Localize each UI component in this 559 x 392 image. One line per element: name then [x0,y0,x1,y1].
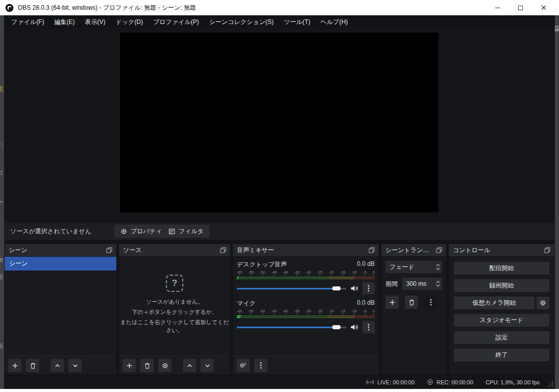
close-button[interactable] [532,0,555,15]
meter-tick-label: -25 [317,271,322,276]
controls-dock-header[interactable]: コントロール [449,244,554,257]
properties-button[interactable]: プロパティ [114,225,168,238]
sources-empty-state: ? ソースがありません。 下の＋ボタンをクリックするか、 またはここを右クリック… [119,257,230,356]
start-streaming-button[interactable]: 配信開始 [454,262,549,275]
source-properties-button[interactable] [158,359,172,372]
docks-row: シーン シーン [4,243,555,375]
sources-dock-header[interactable]: ソース [119,244,230,257]
menu-item[interactable]: 表示(V) [80,15,110,29]
move-source-down-button[interactable] [201,359,214,372]
speaker-icon[interactable] [350,285,358,292]
sources-empty-text: 下の＋ボタンをクリックするか、 [132,308,217,316]
volume-slider[interactable] [237,285,346,292]
source-list[interactable]: ? ソースがありません。 下の＋ボタンをクリックするか、 またはここを右クリック… [119,257,230,356]
move-scene-up-button[interactable] [51,359,64,372]
meter-tick-label: -35 [294,271,299,276]
channel-name: マイク [237,299,357,308]
scenes-dock-header[interactable]: シーン [5,244,116,257]
meter-tick-label: -20 [329,271,334,276]
popout-icon[interactable] [220,247,226,253]
question-mark-glyph: ? [172,278,177,288]
move-scene-down-button[interactable] [68,359,82,372]
meter-tick-label: -10 [352,271,357,276]
resize-grip[interactable] [547,381,553,387]
popout-icon[interactable] [369,247,375,253]
add-source-button[interactable] [123,359,136,372]
duration-spinbox[interactable]: 300 ms [402,278,442,290]
menu-item[interactable]: ドック(D) [110,15,148,29]
preview-area[interactable] [4,29,555,222]
program-canvas[interactable] [120,33,439,212]
meter-scale: -60-55-50-45-40-35-30-25-20-15-10-50 [237,271,375,276]
cpu-fps-stats: CPU: 1.9%, 30.00 fps [485,379,540,385]
meter-tick-label: -60 [237,309,242,315]
sources-empty-text: ソースがありません。 [146,298,203,306]
sources-empty-text: またはここを右クリックして追加してください。 [119,318,230,335]
channel-options-button[interactable] [362,321,375,333]
scenes-dock-title: シーン [9,246,103,255]
menu-item[interactable]: 編集(E) [49,15,80,29]
spin-arrows-icon[interactable] [433,278,442,290]
scene-list[interactable]: シーン [5,257,116,356]
move-source-up-button[interactable] [183,359,196,372]
studio-mode-button[interactable]: スタジオモード [454,314,549,327]
popout-icon[interactable] [436,247,442,253]
volume-slider[interactable] [237,324,346,331]
add-scene-button[interactable] [8,359,21,372]
background-text-fragment: 些 [0,273,3,282]
channel-options-button[interactable] [362,282,375,295]
mixer-channel-mic: マイク 0.0 dB -60-55-50-45-40-35-30-25-20-1… [237,299,375,333]
filter-icon [168,228,175,235]
rec-time: REC: 00:00:00 [436,379,473,385]
transitions-dock-header[interactable]: シーントランジ... [381,244,446,257]
popout-icon[interactable] [544,247,550,253]
speaker-icon[interactable] [350,324,358,331]
remove-source-button[interactable] [140,359,154,372]
volume-slider-handle[interactable] [332,325,341,329]
settings-button[interactable]: 設定 [454,331,549,344]
gear-icon [120,228,127,235]
maximize-button[interactable] [509,0,532,15]
popout-icon[interactable] [106,247,112,253]
remove-transition-button[interactable] [405,296,418,309]
combo-arrows-icon[interactable] [433,261,442,273]
add-transition-button[interactable] [385,296,399,309]
exit-button[interactable]: 終了 [454,349,549,361]
scenes-dock: シーン シーン [4,243,117,375]
live-time: LIVE: 00:00:00 [377,379,415,385]
virtual-camera-settings-button[interactable] [537,297,549,309]
menu-item[interactable]: ファイル(F) [6,15,49,29]
mixer-channel-desktop-audio: デスクトップ音声 0.0 dB -60-55-50-45-40-35-30-25… [237,260,375,295]
audio-mixer-dock: 音声ミキサー デスクトップ音声 0.0 dB -60-55-50-45-40-3… [232,243,379,375]
start-virtual-camera-button[interactable]: 仮想カメラ開始 [454,297,534,309]
sources-dock-title: ソース [123,246,217,255]
duration-value: 300 ms [402,278,433,290]
window-titlebar[interactable]: OBS 28.0.3 (64-bit, windows) - プロファイル: 無… [0,0,559,15]
volume-meter [237,277,375,279]
menu-item[interactable]: ヘルプ(H) [315,15,353,29]
menu-item[interactable]: プロファイル(P) [148,15,204,29]
background-text-fragment: ア [0,199,3,208]
controls-dock: コントロール 配信開始 録画開始 仮想カメラ開始 スタジオモ [448,243,555,375]
mixer-dock-header[interactable]: 音声ミキサー [233,244,379,257]
sources-dock: ソース ? ソースがありません。 下の＋ボタンをクリックするか、 またはここを右… [118,243,231,375]
transition-select[interactable]: フェード [385,261,442,273]
menu-item[interactable]: シーンコレクション(S) [204,15,279,29]
meter-tick-label: -30 [306,309,311,315]
meter-tick-label: -15 [340,309,345,315]
mixer-options-button[interactable] [254,359,268,372]
no-source-selected-text: ソースが選択されていません [10,227,91,236]
scene-list-item[interactable]: シーン [5,257,116,271]
menu-item[interactable]: ツール(T) [279,15,315,29]
volume-meter [237,315,375,318]
meter-tick-label: -35 [294,309,299,315]
menu-bar: ファイル(F)編集(E)表示(V)ドック(D)プロファイル(P)シーンコレクショ… [4,15,555,29]
transition-properties-button[interactable] [424,296,438,309]
remove-scene-button[interactable] [26,359,39,372]
filters-button[interactable]: フィルタ [162,225,210,238]
volume-slider-handle[interactable] [332,286,341,290]
minimize-button[interactable] [486,0,509,15]
start-recording-button[interactable]: 録画開始 [454,279,549,292]
window-title: OBS 28.0.3 (64-bit, windows) - プロファイル: 無… [18,4,196,12]
advanced-audio-properties-button[interactable] [236,359,250,372]
